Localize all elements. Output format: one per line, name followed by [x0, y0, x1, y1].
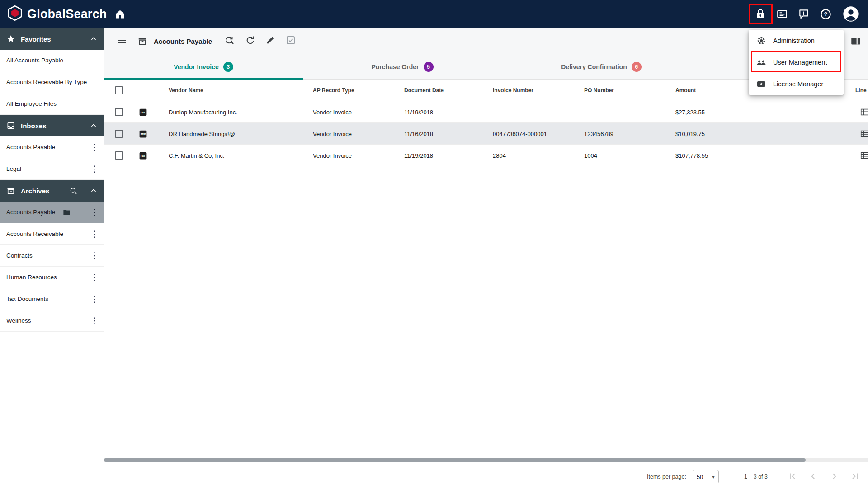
- column-header-document-date[interactable]: Document Date: [404, 80, 444, 101]
- last-page-icon[interactable]: [850, 471, 860, 483]
- column-header-line-items[interactable]: Line Items: [855, 80, 868, 101]
- kebab-menu-icon[interactable]: ⋮: [90, 230, 98, 238]
- kebab-menu-icon[interactable]: ⋮: [90, 164, 98, 173]
- topbar-actions: ?: [755, 0, 860, 28]
- feedback-icon[interactable]: [798, 8, 810, 20]
- tab-label: Vendor Invoice: [174, 63, 219, 70]
- cell-ap-record-type: Vendor Invoice: [313, 145, 352, 166]
- chevron-up-icon: [90, 122, 98, 130]
- kebab-menu-icon[interactable]: ⋮: [90, 273, 98, 282]
- line-items-icon[interactable]: [860, 145, 868, 166]
- tab-purchase-order[interactable]: Purchase Order 5: [303, 54, 502, 79]
- inbox-label: Legal: [6, 165, 21, 172]
- horizontal-scrollbar[interactable]: [104, 458, 868, 462]
- favorite-item-accounts-receivable-by-type[interactable]: Accounts Receivable By Type: [0, 71, 104, 93]
- sidebar-section-favorites[interactable]: Favorites: [0, 28, 104, 50]
- column-header-vendor-name[interactable]: Vendor Name: [169, 80, 203, 101]
- cell-document-date: 11/16/2018: [404, 123, 433, 145]
- inbox-item-accounts-payable[interactable]: Accounts Payable ⋮: [0, 136, 104, 158]
- cell-ap-record-type: Vendor Invoice: [313, 101, 352, 123]
- row-checkbox[interactable]: [115, 151, 123, 160]
- archive-item-human-resources[interactable]: Human Resources ⋮: [0, 267, 104, 288]
- tab-label: Delivery Confirmation: [561, 63, 627, 70]
- refresh-icon[interactable]: [245, 35, 255, 47]
- menu-item-license-manager[interactable]: License Manager: [749, 73, 844, 95]
- svg-text:?: ?: [824, 11, 828, 18]
- hamburger-menu-icon[interactable]: [117, 35, 127, 47]
- user-management-icon: [756, 57, 767, 68]
- kebab-menu-icon[interactable]: ⋮: [90, 251, 98, 260]
- sidebar: Favorites All Accounts Payable Accounts …: [0, 28, 104, 488]
- column-header-invoice-number[interactable]: Invoice Number: [493, 80, 533, 101]
- inbox-item-legal[interactable]: Legal ⋮: [0, 158, 104, 180]
- archive-label: Accounts Receivable: [6, 230, 63, 237]
- section-title: Favorites: [21, 35, 51, 43]
- column-header-amount[interactable]: Amount: [675, 80, 696, 101]
- globalsearch-app: GlobalSearch ? Administr: [0, 0, 868, 488]
- edit-icon[interactable]: [265, 35, 275, 47]
- pager-controls: [788, 471, 868, 483]
- account-dropdown-menu: Administration User Management License M…: [749, 30, 844, 95]
- pdf-icon[interactable]: PDF: [138, 101, 148, 123]
- archive-label: Accounts Payable: [6, 209, 55, 216]
- menu-item-user-management[interactable]: User Management: [749, 52, 844, 73]
- search-refresh-icon[interactable]: [224, 35, 235, 47]
- help-icon[interactable]: ?: [820, 8, 832, 20]
- view-toggle-icon[interactable]: [850, 35, 862, 49]
- lock-icon[interactable]: [755, 8, 766, 20]
- line-items-icon[interactable]: [860, 101, 868, 123]
- archive-item-contracts[interactable]: Contracts ⋮: [0, 245, 104, 267]
- account-icon[interactable]: [842, 5, 860, 23]
- cell-vendor-name: C.F. Martin & Co, Inc.: [169, 145, 225, 166]
- tab-vendor-invoice[interactable]: Vendor Invoice 3: [104, 54, 303, 79]
- license-manager-icon: [756, 79, 767, 89]
- menu-item-label: User Management: [773, 59, 827, 66]
- sidebar-section-inboxes[interactable]: Inboxes: [0, 115, 104, 136]
- row-checkbox[interactable]: [115, 130, 123, 138]
- favorite-item-all-accounts-payable[interactable]: All Accounts Payable: [0, 50, 104, 71]
- tab-delivery-confirmation[interactable]: Delivery Confirmation 6: [502, 54, 701, 79]
- pdf-icon[interactable]: PDF: [138, 123, 148, 145]
- sidebar-section-archives[interactable]: Archives: [0, 180, 104, 202]
- previous-page-icon[interactable]: [808, 471, 818, 483]
- column-header-ap-record-type[interactable]: AP Record Type: [313, 80, 354, 101]
- kebab-menu-icon[interactable]: ⋮: [90, 208, 98, 216]
- cell-document-date: 11/19/2018: [404, 101, 433, 123]
- menu-item-administration[interactable]: Administration: [749, 30, 844, 52]
- kebab-menu-icon[interactable]: ⋮: [90, 316, 98, 325]
- table-row[interactable]: PDF C.F. Martin & Co, Inc. Vendor Invoic…: [104, 145, 868, 166]
- favorite-label: All Employee Files: [6, 100, 57, 107]
- archive-label: Wellness: [6, 317, 31, 324]
- svg-text:PDF: PDF: [141, 132, 146, 135]
- menu-item-label: License Manager: [773, 80, 823, 88]
- items-per-page-value: 50: [697, 474, 703, 480]
- inbox-icon: [6, 121, 15, 130]
- select-all-checkbox[interactable]: [115, 86, 123, 94]
- items-per-page-select[interactable]: 50 ▾: [693, 470, 719, 483]
- cell-document-date: 11/19/2018: [404, 145, 433, 166]
- card-list-icon[interactable]: [776, 8, 788, 20]
- home-icon[interactable]: [114, 0, 126, 28]
- svg-text:PDF: PDF: [141, 154, 146, 157]
- column-header-po-number[interactable]: PO Number: [584, 80, 614, 101]
- kebab-menu-icon[interactable]: ⋮: [90, 295, 98, 303]
- cell-amount: $107,778.55: [675, 145, 708, 166]
- first-page-icon[interactable]: [788, 471, 797, 483]
- select-all-icon[interactable]: [285, 35, 296, 47]
- pdf-icon[interactable]: PDF: [138, 145, 148, 166]
- archive-item-tax-documents[interactable]: Tax Documents ⋮: [0, 288, 104, 310]
- cell-amount: $27,323.55: [675, 101, 705, 123]
- archive-item-accounts-receivable[interactable]: Accounts Receivable ⋮: [0, 223, 104, 245]
- cell-invoice-number: 0047736074-000001: [493, 123, 547, 145]
- row-checkbox[interactable]: [115, 108, 123, 116]
- next-page-icon[interactable]: [829, 471, 839, 483]
- archive-item-accounts-payable[interactable]: Accounts Payable ⋮: [0, 202, 104, 223]
- kebab-menu-icon[interactable]: ⋮: [90, 143, 98, 151]
- table-row[interactable]: PDF DR Handmade Strings!@ Vendor Invoice…: [104, 123, 868, 145]
- table-row[interactable]: PDF Dunlop Manufacturing Inc. Vendor Inv…: [104, 101, 868, 123]
- chevron-up-icon: [90, 35, 98, 43]
- scrollbar-thumb[interactable]: [104, 458, 806, 462]
- line-items-icon[interactable]: [860, 123, 868, 145]
- favorite-item-all-employee-files[interactable]: All Employee Files: [0, 93, 104, 115]
- archive-item-wellness[interactable]: Wellness ⋮: [0, 310, 104, 332]
